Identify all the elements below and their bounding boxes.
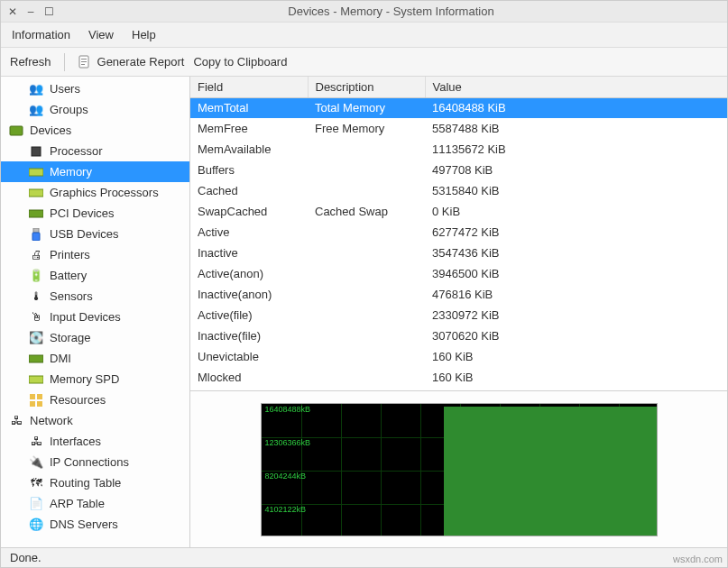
cell-field: Buffers — [190, 160, 308, 180]
dmi-icon — [28, 352, 44, 366]
maximize-icon[interactable]: ☐ — [42, 5, 55, 18]
table-row[interactable]: Active(anon)3946500 KiB — [190, 263, 727, 284]
menu-view[interactable]: View — [88, 28, 114, 41]
menu-information[interactable]: Information — [12, 28, 70, 41]
arp-icon: 📄 — [28, 497, 44, 511]
cell-value: 5315840 KiB — [425, 180, 727, 201]
sidebar-item-ip[interactable]: 🔌IP Connections — [1, 452, 189, 472]
table-row[interactable]: MemFreeFree Memory5587488 KiB — [190, 118, 727, 139]
table-row[interactable]: Unevictable160 KiB — [190, 346, 727, 367]
sidebar-item-storage[interactable]: 💽Storage — [1, 327, 189, 348]
generate-report-button[interactable]: Generate Report — [78, 55, 185, 69]
cell-desc — [308, 160, 425, 180]
table-row[interactable]: Active6277472 KiB — [190, 222, 727, 243]
memory-table: Field Description Value MemTotalTotal Me… — [190, 77, 727, 388]
sidebar-item-usb[interactable]: USB Devices — [1, 224, 189, 244]
cell-field: Inactive(file) — [190, 325, 308, 346]
sidebar-group-network[interactable]: 🖧Network — [1, 410, 189, 431]
svg-rect-6 — [29, 169, 43, 176]
minimize-icon[interactable]: – — [24, 5, 37, 18]
col-field[interactable]: Field — [190, 77, 308, 97]
sidebar-item-dns[interactable]: 🌐DNS Servers — [1, 514, 189, 535]
cell-field: Cached — [190, 180, 308, 201]
sidebar-item-spd[interactable]: Memory SPD — [1, 369, 189, 389]
table-row[interactable]: Inactive3547436 KiB — [190, 243, 727, 263]
svg-rect-10 — [32, 233, 40, 241]
memory-chart-wrap: 16408488kB12306366kB8204244kB4102122kB — [190, 391, 727, 547]
sidebar-item-resources[interactable]: Resources — [1, 389, 189, 410]
printer-icon: 🖨 — [28, 248, 44, 262]
menubar: Information View Help — [1, 23, 727, 48]
cell-field: SwapCached — [190, 201, 308, 222]
close-icon[interactable]: ✕ — [6, 5, 19, 18]
svg-rect-13 — [30, 394, 35, 399]
cell-value: 476816 KiB — [425, 284, 727, 305]
svg-rect-12 — [29, 376, 43, 383]
main-pane: Field Description Value MemTotalTotal Me… — [190, 77, 727, 547]
toolbar-separator — [64, 53, 65, 71]
cell-value: 11135672 KiB — [425, 139, 727, 160]
sidebar-item-graphics[interactable]: Graphics Processors — [1, 182, 189, 203]
svg-rect-2 — [81, 61, 87, 62]
sidebar-item-arp[interactable]: 📄ARP Table — [1, 493, 189, 514]
table-row[interactable]: MemTotalTotal Memory16408488 KiB — [190, 97, 727, 118]
sidebar-item-printers[interactable]: 🖨Printers — [1, 244, 189, 265]
cell-field: Active(file) — [190, 305, 308, 325]
sidebar-item-groups[interactable]: 👥Groups — [1, 99, 189, 120]
table-row[interactable]: Cached5315840 KiB — [190, 180, 727, 201]
sidebar-item-input[interactable]: 🖱Input Devices — [1, 307, 189, 327]
svg-rect-3 — [81, 64, 85, 65]
sidebar-item-dmi[interactable]: DMI — [1, 348, 189, 369]
copy-button[interactable]: Copy to Clipboard — [193, 55, 287, 69]
titlebar: ✕ – ☐ Devices - Memory - System Informat… — [1, 1, 727, 23]
table-row[interactable]: MemAvailable11135672 KiB — [190, 139, 727, 160]
table-row[interactable]: Buffers497708 KiB — [190, 160, 727, 180]
sidebar-item-routing[interactable]: 🗺Routing Table — [1, 472, 189, 493]
sidebar-item-pci[interactable]: PCI Devices — [1, 203, 189, 224]
svg-rect-5 — [32, 147, 41, 156]
sidebar-item-interfaces[interactable]: 🖧Interfaces — [1, 431, 189, 452]
gpu-icon — [28, 186, 44, 200]
resources-icon — [28, 393, 44, 408]
status-text: Done. — [10, 551, 41, 564]
sidebar-item-sensors[interactable]: 🌡Sensors — [1, 286, 189, 307]
sidebar-item-battery[interactable]: 🔋Battery — [1, 265, 189, 286]
cell-desc — [308, 139, 425, 160]
table-row[interactable]: SwapCachedCached Swap0 KiB — [190, 201, 727, 222]
chart-ytick: 4102122kB — [265, 506, 307, 514]
cell-field: Inactive — [190, 243, 308, 263]
sidebar-item-users[interactable]: 👥Users — [1, 78, 189, 99]
cell-desc: Cached Swap — [308, 201, 425, 222]
chart-ytick: 16408488kB — [265, 406, 311, 414]
cell-value: 3547436 KiB — [425, 243, 727, 263]
table-row[interactable]: Inactive(anon)476816 KiB — [190, 284, 727, 305]
sidebar-item-memory[interactable]: Memory — [1, 161, 189, 182]
table-row[interactable]: Mlocked160 KiB — [190, 367, 727, 388]
svg-rect-11 — [29, 355, 43, 362]
col-value[interactable]: Value — [425, 77, 727, 97]
window-title: Devices - Memory - System Information — [60, 5, 722, 18]
svg-rect-15 — [30, 401, 35, 407]
interfaces-icon: 🖧 — [28, 435, 44, 449]
cell-field: MemAvailable — [190, 139, 308, 160]
copy-label: Copy to Clipboard — [193, 55, 287, 69]
cell-field: MemFree — [190, 118, 308, 139]
users-icon: 👥 — [28, 82, 44, 96]
refresh-button[interactable]: Refresh — [10, 55, 51, 69]
cell-desc — [308, 346, 425, 367]
cell-desc: Free Memory — [308, 118, 425, 139]
menu-help[interactable]: Help — [132, 28, 156, 41]
cell-value: 3070620 KiB — [425, 325, 727, 346]
cell-value: 160 KiB — [425, 346, 727, 367]
generate-report-label: Generate Report — [97, 55, 185, 69]
table-row[interactable]: Active(file)2330972 KiB — [190, 305, 727, 325]
table-row[interactable]: Inactive(file)3070620 KiB — [190, 325, 727, 346]
cell-field: Unevictable — [190, 346, 308, 367]
chart-ytick: 12306366kB — [265, 439, 311, 447]
sidebar-item-processor[interactable]: Processor — [1, 141, 189, 161]
sidebar-group-devices[interactable]: Devices — [1, 120, 189, 141]
col-description[interactable]: Description — [308, 77, 425, 97]
cpu-icon — [28, 144, 44, 159]
ip-icon: 🔌 — [28, 455, 44, 470]
svg-rect-14 — [37, 394, 42, 399]
